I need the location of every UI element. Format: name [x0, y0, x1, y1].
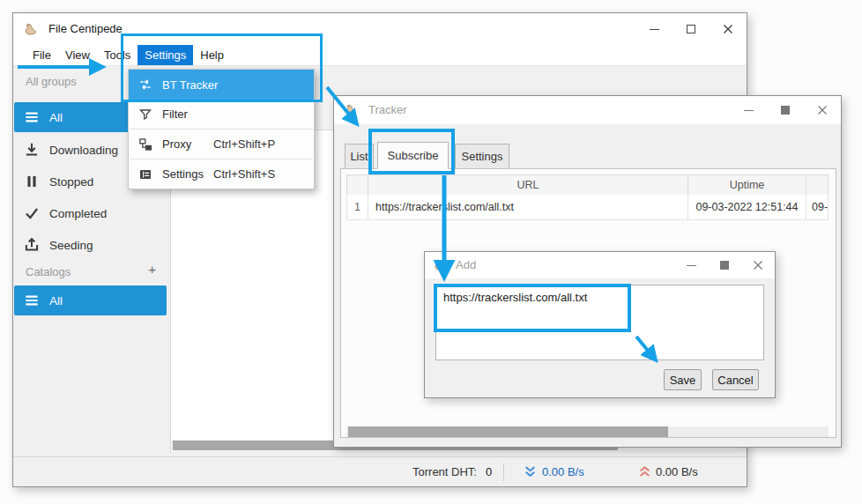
table-header-url[interactable]: URL — [368, 174, 688, 196]
tracker-url-input[interactable]: https://trackerslist.com/all.txt — [435, 285, 764, 360]
menu-settings[interactable]: Settings — [137, 45, 193, 65]
menu-item-shortcut: Ctrl+Shift+S — [213, 167, 275, 181]
menu-tools[interactable]: Tools — [97, 45, 137, 65]
maximize-icon[interactable] — [767, 96, 804, 124]
tab-list[interactable]: List — [345, 144, 374, 169]
sidebar-item-label: Completed — [49, 207, 107, 220]
sidebar-catalog-item-all[interactable]: All — [14, 285, 167, 315]
tab-label: Settings — [462, 150, 503, 163]
add-dialog-title: Add — [456, 258, 476, 271]
table-cell-url[interactable]: https://trackerslist.com/all.txt — [368, 195, 688, 220]
sidebar-item-label: Seeding — [49, 239, 93, 252]
main-titlebar: File Centipede — [13, 13, 747, 45]
add-catalog-button[interactable]: + — [148, 262, 156, 277]
menu-item-label: Filter — [162, 107, 188, 121]
download-speed: 0.00 B/s — [542, 465, 584, 478]
app-logo-goose-icon — [433, 258, 447, 272]
catalogs-label: Catalogs — [26, 265, 71, 278]
tracker-titlebar: Tracker — [334, 96, 841, 124]
menu-item-label: Settings — [162, 167, 204, 181]
sidebar-item-completed[interactable]: Completed — [14, 198, 167, 228]
sidebar-item-label: Downloading — [49, 144, 118, 157]
menu-item-settings[interactable]: Settings Ctrl+Shift+S — [129, 159, 314, 189]
upload-speed: 0.00 B/s — [656, 465, 698, 478]
hamburger-icon — [23, 108, 41, 126]
add-dialog-titlebar: Add — [425, 252, 775, 278]
table-cell-clipped[interactable]: 09-0 — [806, 195, 829, 220]
double-chevron-down-icon — [524, 465, 537, 478]
tab-label: Subscribe — [388, 149, 439, 162]
table-header-clipped[interactable] — [806, 174, 829, 196]
dht-value: 0 — [486, 465, 492, 478]
add-dialog: Add https://trackerslist.com/all.txt Sav… — [424, 251, 776, 398]
group-filter-dropdown[interactable]: All groups — [26, 75, 77, 88]
minimize-icon[interactable] — [730, 96, 767, 124]
close-icon[interactable] — [804, 96, 841, 124]
menu-item-label: Proxy — [162, 137, 191, 151]
menu-item-filter[interactable]: Filter — [129, 100, 314, 129]
toolbar: All groups — [13, 66, 747, 96]
settings-dropdown-menu: BT Tracker Filter Proxy Ctrl+Shift+P Set… — [128, 69, 315, 189]
sidebar-item-label: All — [49, 111, 63, 124]
app-logo-goose-icon — [23, 22, 38, 37]
menu-item-bt-tracker[interactable]: BT Tracker — [129, 70, 314, 100]
main-window-controls — [635, 13, 747, 45]
minimize-icon[interactable] — [635, 13, 673, 45]
maximize-icon[interactable] — [708, 252, 741, 278]
menu-bar: File View Tools Settings Help — [13, 45, 747, 66]
double-chevron-up-icon — [638, 465, 651, 478]
table-cell-uptime[interactable]: 09-03-2022 12:51:44 — [687, 195, 806, 220]
dht-label: Torrent DHT: — [412, 465, 477, 478]
download-icon — [23, 141, 41, 159]
tracker-window-title: Tracker — [368, 103, 407, 116]
form-list-icon — [138, 167, 152, 182]
menu-view[interactable]: View — [58, 45, 97, 65]
menu-item-label: BT Tracker — [162, 78, 218, 92]
sidebar-item-label: Stopped — [49, 175, 93, 189]
network-nodes-icon — [138, 137, 152, 152]
menu-file[interactable]: File — [26, 45, 58, 65]
cancel-button[interactable]: Cancel — [712, 369, 759, 390]
menu-help[interactable]: Help — [193, 45, 231, 65]
menu-item-shortcut: Ctrl+Shift+P — [213, 137, 275, 151]
close-icon[interactable] — [710, 13, 747, 45]
upload-tray-icon — [23, 236, 41, 254]
table-header-rownum — [346, 174, 368, 196]
funnel-icon — [138, 107, 152, 122]
tab-settings[interactable]: Settings — [455, 144, 509, 169]
pause-icon — [23, 173, 41, 190]
catalogs-row: Catalogs + — [14, 262, 167, 281]
minimize-icon[interactable] — [674, 252, 708, 278]
menu-item-proxy[interactable]: Proxy Ctrl+Shift+P — [129, 130, 314, 159]
main-window-title: File Centipede — [48, 22, 123, 35]
close-icon[interactable] — [741, 252, 775, 278]
tracker-horizontal-scrollbar[interactable] — [346, 426, 829, 437]
save-button[interactable]: Save — [664, 369, 702, 390]
screenshot-canvas: File Centipede File View Tools Settings … — [0, 0, 862, 504]
check-icon — [23, 204, 41, 222]
table-row-number: 1 — [346, 195, 368, 220]
hamburger-icon — [23, 292, 41, 309]
status-separator — [503, 463, 504, 481]
table-header-uptime[interactable]: Uptime — [687, 174, 806, 196]
scrollbar-thumb[interactable] — [348, 426, 668, 437]
add-dialog-controls — [674, 252, 775, 278]
sidebar-item-seeding[interactable]: Seeding — [14, 230, 167, 260]
tab-subscribe[interactable]: Subscribe — [377, 142, 449, 169]
tracker-window-controls — [730, 96, 841, 124]
maximize-icon[interactable] — [673, 13, 710, 45]
exchange-arrows-icon — [138, 78, 152, 92]
tab-label: List — [350, 150, 368, 163]
sidebar-item-label: All — [49, 294, 63, 308]
app-logo-goose-icon — [344, 103, 358, 117]
status-bar: Torrent DHT: 0 0.00 B/s 0.00 B/s — [13, 456, 747, 486]
